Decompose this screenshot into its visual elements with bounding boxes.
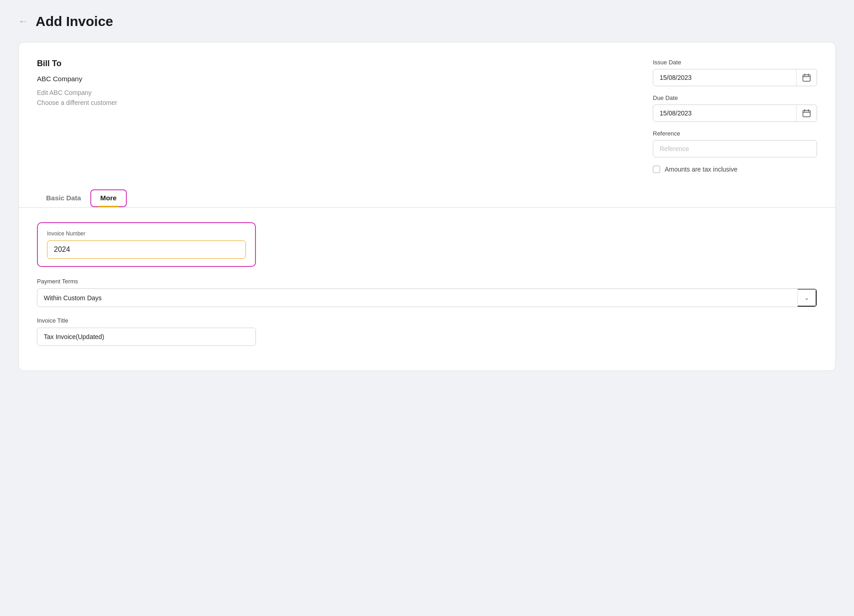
due-date-input-wrapper — [653, 104, 817, 122]
right-panel: Issue Date Due Date — [653, 59, 817, 173]
due-date-calendar-button[interactable] — [796, 105, 817, 121]
calendar-icon — [802, 73, 811, 82]
chevron-down-icon: ⌄ — [804, 294, 809, 301]
issue-date-field: Issue Date — [653, 59, 817, 86]
issue-date-input[interactable] — [653, 69, 796, 86]
reference-label: Reference — [653, 130, 817, 137]
reference-input[interactable] — [653, 140, 817, 157]
bottom-section: Invoice Number Payment Terms Within Cust… — [37, 220, 817, 346]
due-date-input[interactable] — [653, 105, 796, 121]
page-header: ← Add Invoice — [18, 14, 836, 29]
invoice-title-input[interactable] — [37, 328, 256, 346]
invoice-title-label: Invoice Title — [37, 317, 817, 324]
invoice-title-section: Invoice Title — [37, 317, 817, 346]
calendar-icon — [802, 109, 811, 118]
svg-rect-0 — [803, 75, 810, 81]
tab-divider — [19, 207, 835, 208]
reference-field: Reference — [653, 130, 817, 157]
issue-date-input-wrapper — [653, 69, 817, 86]
payment-terms-chevron-button[interactable]: ⌄ — [797, 289, 817, 307]
tax-inclusive-label: Amounts are tax inclusive — [665, 166, 738, 173]
edit-company-link[interactable]: Edit ABC Company — [37, 89, 625, 96]
bill-to-label: Bill To — [37, 59, 625, 68]
payment-terms-section: Payment Terms Within Custom Days ⌄ — [37, 278, 817, 307]
main-card: Bill To ABC Company Edit ABC Company Cho… — [18, 42, 836, 371]
back-button[interactable]: ← — [18, 16, 28, 26]
payment-terms-value: Within Custom Days — [37, 289, 797, 307]
company-name: ABC Company — [37, 75, 625, 83]
tabs-row: Basic Data More — [37, 189, 817, 207]
issue-date-calendar-button[interactable] — [796, 69, 817, 86]
choose-customer-link[interactable]: Choose a different customer — [37, 99, 625, 106]
payment-terms-select-wrapper: Within Custom Days ⌄ — [37, 288, 817, 307]
bill-to-section: Bill To ABC Company Edit ABC Company Cho… — [37, 59, 625, 173]
page-title: Add Invoice — [36, 14, 113, 29]
invoice-number-input[interactable] — [47, 240, 246, 259]
due-date-label: Due Date — [653, 94, 817, 101]
top-section: Bill To ABC Company Edit ABC Company Cho… — [37, 59, 817, 173]
due-date-field: Due Date — [653, 94, 817, 122]
tab-more[interactable]: More — [90, 189, 127, 207]
payment-terms-label: Payment Terms — [37, 278, 817, 285]
invoice-number-wrapper: Invoice Number — [37, 222, 256, 267]
invoice-number-label: Invoice Number — [47, 230, 246, 237]
tax-inclusive-checkbox[interactable] — [653, 166, 660, 173]
issue-date-label: Issue Date — [653, 59, 817, 66]
tax-inclusive-row: Amounts are tax inclusive — [653, 166, 817, 173]
tab-basic-data[interactable]: Basic Data — [37, 189, 90, 207]
svg-rect-4 — [803, 110, 810, 117]
